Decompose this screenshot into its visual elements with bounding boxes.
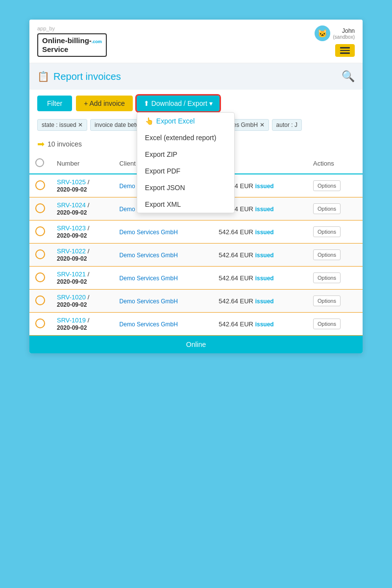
row-checkbox-2[interactable] bbox=[29, 220, 51, 244]
table-row: SRV-1023 / 2020-09-02 Demo Services GmbH… bbox=[29, 220, 363, 244]
page-title-text: Report invoices bbox=[53, 71, 121, 82]
th-actions: Actions bbox=[307, 153, 363, 174]
app-by-label: app_by bbox=[37, 25, 107, 31]
options-button-6[interactable]: Options bbox=[313, 318, 341, 329]
row-checkbox-3[interactable] bbox=[29, 244, 51, 267]
row-number-4: SRV-1021 / 2020-09-02 bbox=[51, 267, 114, 290]
row-actions-2: Options bbox=[307, 220, 363, 244]
row-amount-6: 542.64 EUR issued bbox=[213, 313, 307, 336]
row-number-2: SRV-1023 / 2020-09-02 bbox=[51, 220, 114, 244]
row-checkbox-0[interactable] bbox=[29, 174, 51, 197]
header-right: 🐱 John (sandbox) bbox=[315, 25, 355, 57]
online-button[interactable]: Online bbox=[186, 341, 206, 348]
header-left: app_by Online-billing-.com Service bbox=[37, 25, 107, 57]
menu-button[interactable] bbox=[335, 44, 355, 57]
row-client-2: Demo Services GmbH bbox=[114, 220, 213, 244]
export-json-item[interactable]: Export JSON bbox=[137, 179, 234, 196]
export-zip-item[interactable]: Export ZIP bbox=[137, 146, 234, 163]
options-button-3[interactable]: Options bbox=[313, 249, 341, 260]
row-amount-3: 542.64 EUR issued bbox=[213, 244, 307, 267]
page-title-bar: 📋 Report invoices 🔍 bbox=[29, 63, 363, 90]
export-dropdown-menu: 👆 Export Excel Excel (extended report) E… bbox=[137, 112, 235, 213]
table-row: SRV-1022 / 2020-09-02 Demo Services GmbH… bbox=[29, 244, 363, 267]
user-info: 🐱 John (sandbox) bbox=[315, 25, 355, 41]
user-name-block: John (sandbox) bbox=[333, 27, 355, 40]
logo-line1: Online-billing- bbox=[42, 36, 92, 45]
row-actions-1: Options bbox=[307, 197, 363, 220]
header: app_by Online-billing-.com Service 🐱 Joh… bbox=[29, 20, 363, 63]
logo-box: Online-billing-.com Service bbox=[37, 33, 107, 57]
logo: Online-billing-.com Service bbox=[42, 36, 102, 54]
row-number-0: SRV-1025 / 2020-09-02 bbox=[51, 174, 114, 197]
filter-tag-autor: autor : J bbox=[272, 119, 302, 131]
select-all-circle[interactable] bbox=[35, 158, 44, 167]
page-title: 📋 Report invoices bbox=[37, 71, 121, 82]
th-number: Number bbox=[51, 153, 114, 174]
report-icon: 📋 bbox=[37, 71, 49, 82]
download-export-button[interactable]: ⬆ Download / Export ▾ bbox=[137, 96, 220, 111]
app-container: app_by Online-billing-.com Service 🐱 Joh… bbox=[29, 20, 363, 353]
options-button-0[interactable]: Options bbox=[313, 180, 341, 191]
row-client-6: Demo Services GmbH bbox=[114, 313, 213, 336]
row-checkbox-4[interactable] bbox=[29, 267, 51, 290]
row-actions-4: Options bbox=[307, 267, 363, 290]
export-pdf-item[interactable]: Export PDF bbox=[137, 163, 234, 179]
options-button-2[interactable]: Options bbox=[313, 226, 341, 237]
add-invoice-button[interactable]: + Add invoice bbox=[76, 96, 133, 111]
export-xml-item[interactable]: Export XML bbox=[137, 196, 234, 213]
th-checkbox bbox=[29, 153, 51, 174]
row-checkbox-1[interactable] bbox=[29, 197, 51, 220]
options-button-1[interactable]: Options bbox=[313, 203, 341, 214]
invoice-count-label: 10 invoices bbox=[48, 140, 82, 148]
row-actions-0: Options bbox=[307, 174, 363, 197]
row-amount-4: 542.64 EUR issued bbox=[213, 267, 307, 290]
row-number-3: SRV-1022 / 2020-09-02 bbox=[51, 244, 114, 267]
filter-button[interactable]: Filter bbox=[37, 96, 72, 111]
row-actions-3: Options bbox=[307, 244, 363, 267]
row-client-5: Demo Services GmbH bbox=[114, 290, 213, 313]
count-arrow-icon: ➡ bbox=[37, 139, 45, 149]
row-number-5: SRV-1020 / 2020-09-02 bbox=[51, 290, 114, 313]
logo-line2: Service bbox=[42, 45, 68, 53]
options-button-5[interactable]: Options bbox=[313, 295, 341, 306]
logo-com: .com bbox=[92, 39, 102, 44]
bottom-bar: Online bbox=[29, 336, 363, 353]
table-row: SRV-1019 / 2020-09-02 Demo Services GmbH… bbox=[29, 313, 363, 336]
row-amount-5: 542.64 EUR issued bbox=[213, 290, 307, 313]
row-number-6: SRV-1019 / 2020-09-02 bbox=[51, 313, 114, 336]
table-row: SRV-1020 / 2020-09-02 Demo Services GmbH… bbox=[29, 290, 363, 313]
row-checkbox-6[interactable] bbox=[29, 313, 51, 336]
avatar: 🐱 bbox=[315, 25, 330, 41]
export-excel-extended-item[interactable]: Excel (extended report) bbox=[137, 129, 234, 146]
row-actions-6: Options bbox=[307, 313, 363, 336]
row-actions-5: Options bbox=[307, 290, 363, 313]
row-number-1: SRV-1024 / 2020-09-02 bbox=[51, 197, 114, 220]
row-client-3: Demo Services GmbH bbox=[114, 244, 213, 267]
toolbar: Filter + Add invoice ⬆ Download / Export… bbox=[29, 90, 363, 117]
row-client-4: Demo Services GmbH bbox=[114, 267, 213, 290]
download-export-wrapper: ⬆ Download / Export ▾ 👆 Export Excel Exc… bbox=[137, 96, 220, 111]
table-row: SRV-1021 / 2020-09-02 Demo Services GmbH… bbox=[29, 267, 363, 290]
row-checkbox-5[interactable] bbox=[29, 290, 51, 313]
options-button-4[interactable]: Options bbox=[313, 272, 341, 283]
cursor-icon: 👆 bbox=[145, 117, 153, 125]
search-button[interactable]: 🔍 bbox=[342, 70, 355, 83]
export-excel-item[interactable]: 👆 Export Excel bbox=[137, 113, 234, 129]
filter-tag-state: state : issued ✕ bbox=[37, 119, 87, 131]
row-amount-2: 542.64 EUR issued bbox=[213, 220, 307, 244]
